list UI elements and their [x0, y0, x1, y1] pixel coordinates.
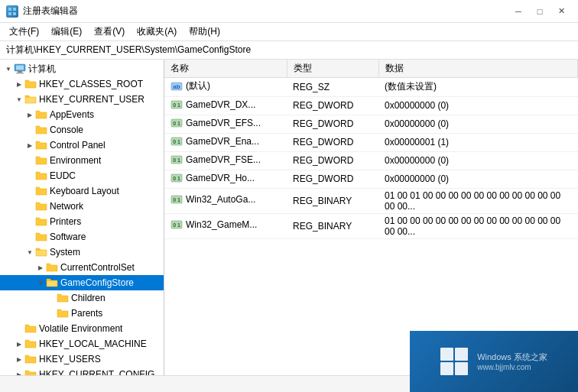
column-header-type[interactable]: 类型 [287, 60, 378, 78]
cell-type: REG_SZ [287, 78, 378, 97]
cell-type: REG_DWORD [287, 96, 378, 115]
svg-text:0 1: 0 1 [173, 222, 180, 228]
expand-gameconfigstore[interactable]: ▼ [35, 277, 46, 288]
tree-item-appevents[interactable]: ▶ AppEvents [0, 107, 164, 122]
menu-help[interactable]: 帮助(H) [183, 24, 226, 40]
menu-bar: 文件(F) 编辑(E) 查看(V) 收藏夹(A) 帮助(H) [0, 23, 578, 41]
tree-label-printers: Printers [50, 216, 81, 227]
folder-icon-software [35, 232, 47, 242]
folder-icon-classes-root [24, 79, 37, 89]
folder-icon-local-machine [24, 339, 37, 349]
cell-type: REG_DWORD [287, 151, 378, 170]
registry-value-icon: 0 1 [170, 172, 183, 184]
folder-icon-volatile [24, 323, 37, 334]
title-bar: 注册表编辑器 ─ □ ✕ [0, 0, 578, 23]
folder-icon-keyboardlayout [35, 186, 47, 196]
tree-label-classes-root: HKEY_CLASSES_ROOT [39, 79, 143, 89]
tree-item-hkey-classes-root[interactable]: ▶ HKEY_CLASSES_ROOT [0, 76, 164, 92]
tree-label-environment: Environment [50, 155, 101, 166]
menu-favorites[interactable]: 收藏夹(A) [131, 24, 183, 40]
tree-item-computer[interactable]: ▼ 计算机 [0, 61, 164, 76]
cell-name: 0 1 GameDVR_EFS... [164, 115, 287, 133]
tree-item-controlpanel[interactable]: ▶ Control Panel [0, 138, 164, 153]
tree-panel[interactable]: ▼ 计算机 ▶ HKEY_CLASSES_ROOT [0, 60, 164, 375]
default-value-icon: ab [170, 80, 183, 92]
registry-table: 名称 类型 数据 ab (默认)REG_SZ(数值未设置) 0 1 GameDV… [164, 60, 578, 239]
folder-icon-appevents [35, 109, 47, 120]
tree-item-parents[interactable]: Parents [0, 306, 164, 321]
table-row[interactable]: 0 1 Win32_GameM...REG_BINARY01 00 00 00 … [164, 213, 578, 238]
folder-icon-current-config [24, 369, 37, 375]
table-row[interactable]: 0 1 GameDVR_FSE...REG_DWORD0x00000000 (0… [164, 151, 578, 170]
svg-rect-1 [13, 8, 16, 11]
folder-icon-parents [57, 308, 69, 319]
expand-users[interactable]: ▶ [14, 354, 24, 364]
tree-item-keyboardlayout[interactable]: Keyboard Layout [0, 183, 164, 199]
svg-rect-6 [18, 71, 22, 73]
expand-local-machine[interactable]: ▶ [14, 339, 24, 349]
expand-currentcontrolset[interactable]: ▶ [35, 262, 46, 273]
tree-item-eudc[interactable]: EUDC [0, 168, 164, 183]
folder-icon-children [57, 293, 69, 303]
expand-current-user[interactable]: ▼ [14, 94, 24, 105]
column-header-name[interactable]: 名称 [164, 60, 287, 78]
table-row[interactable]: 0 1 GameDVR_EFS...REG_DWORD0x00000000 (0… [164, 115, 578, 133]
folder-icon-network [35, 201, 47, 212]
tree-item-currentcontrolset[interactable]: ▶ CurrentControlSet [0, 260, 164, 275]
tree-item-hkey-current-user[interactable]: ▼ HKEY_CURRENT_USER [0, 92, 164, 107]
tree-item-software[interactable]: Software [0, 229, 164, 245]
tree-label-children: Children [71, 293, 106, 303]
tree-item-children[interactable]: Children [0, 290, 164, 306]
menu-view[interactable]: 查看(V) [88, 24, 131, 40]
tree-item-system[interactable]: ▼ System [0, 245, 164, 260]
table-row[interactable]: 0 1 Win32_AutoGa...REG_BINARY01 00 01 00… [164, 188, 578, 213]
expand-computer[interactable]: ▼ [3, 63, 14, 74]
svg-rect-0 [8, 8, 11, 11]
tree-item-environment[interactable]: Environment [0, 153, 164, 168]
column-header-data[interactable]: 数据 [378, 60, 578, 78]
minimize-button[interactable]: ─ [508, 4, 529, 19]
table-row[interactable]: 0 1 GameDVR_Ena...REG_DWORD0x00000001 (1… [164, 133, 578, 151]
table-row[interactable]: ab (默认)REG_SZ(数值未设置) [164, 78, 578, 97]
tree-item-console[interactable]: Console [0, 122, 164, 138]
cell-type: REG_BINARY [287, 188, 378, 213]
title-buttons: ─ □ ✕ [508, 4, 572, 19]
cell-type: REG_DWORD [287, 115, 378, 133]
expand-system[interactable]: ▼ [24, 247, 35, 258]
expand-controlpanel[interactable]: ▶ [24, 140, 35, 151]
tree-item-hkey-local-machine[interactable]: ▶ HKEY_LOCAL_MACHINE [0, 336, 164, 352]
address-bar: 计算机\HKEY_CURRENT_USER\System\GameConfigS… [0, 41, 578, 60]
menu-file[interactable]: 文件(F) [3, 24, 45, 40]
registry-value-icon: 0 1 [170, 99, 183, 111]
tree-item-volatile[interactable]: Volatile Environment [0, 321, 164, 336]
cell-data: 0x00000001 (1) [378, 133, 578, 151]
tree-item-printers[interactable]: Printers [0, 214, 164, 229]
tree-label-local-machine: HKEY_LOCAL_MACHINE [39, 339, 147, 349]
cell-name: 0 1 Win32_AutoGa... [164, 188, 287, 213]
expand-appevents[interactable]: ▶ [24, 109, 35, 120]
app-icon [6, 5, 18, 18]
tree-item-hkey-users[interactable]: ▶ HKEY_USERS [0, 352, 164, 367]
tree-label-keyboardlayout: Keyboard Layout [50, 186, 119, 196]
registry-value-icon: 0 1 [170, 154, 183, 166]
tree-item-network[interactable]: Network [0, 199, 164, 214]
cell-data: 0x00000000 (0) [378, 96, 578, 115]
tree-item-gameconfigstore[interactable]: ▼ GameConfigStore [0, 275, 164, 290]
cell-type: REG_DWORD [287, 170, 378, 188]
folder-icon-currentcontrolset [46, 262, 58, 273]
registry-value-icon: 0 1 [170, 135, 183, 147]
folder-icon-printers [35, 216, 47, 227]
menu-edit[interactable]: 编辑(E) [45, 24, 88, 40]
tree-item-hkey-current-config[interactable]: ▶ HKEY_CURRENT_CONFIG [0, 367, 164, 375]
tree-label-network: Network [50, 201, 83, 212]
registry-value-icon: 0 1 [170, 117, 183, 129]
tree-label-parents: Parents [71, 308, 102, 319]
expand-classes-root[interactable]: ▶ [14, 79, 24, 89]
folder-icon-eudc [35, 170, 47, 181]
maximize-button[interactable]: □ [529, 4, 550, 19]
table-row[interactable]: 0 1 GameDVR_Ho...REG_DWORD0x00000000 (0) [164, 170, 578, 188]
folder-icon-gameconfigstore [46, 277, 58, 288]
table-row[interactable]: 0 1 GameDVR_DX...REG_DWORD0x00000000 (0) [164, 96, 578, 115]
close-button[interactable]: ✕ [550, 4, 572, 19]
expand-current-config[interactable]: ▶ [14, 369, 24, 375]
